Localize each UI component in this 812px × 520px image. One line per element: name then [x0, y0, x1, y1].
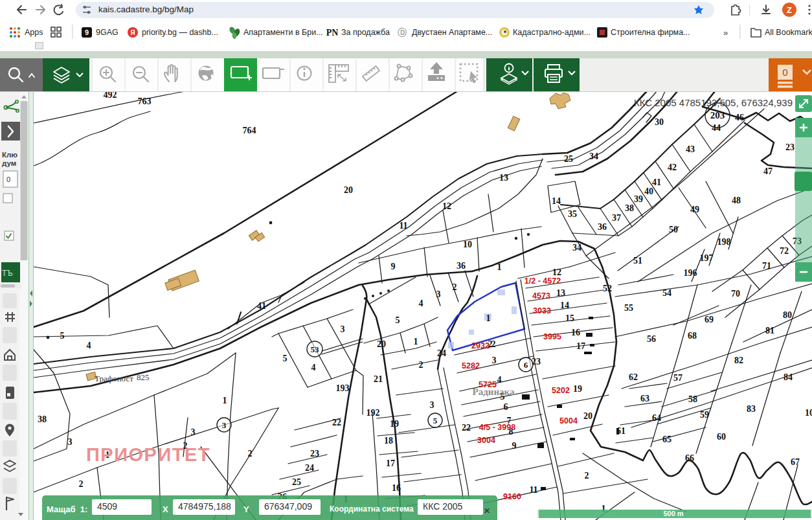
- svg-text:62: 62: [629, 372, 638, 382]
- svg-text:4573: 4573: [532, 291, 550, 300]
- svg-text:80: 80: [783, 310, 792, 320]
- svg-text:3: 3: [430, 400, 434, 410]
- svg-text:16: 16: [571, 328, 580, 337]
- svg-text:9GAG: 9GAG: [96, 28, 118, 37]
- svg-text:56: 56: [647, 334, 656, 344]
- svg-text:16: 16: [392, 483, 401, 493]
- svg-text:53: 53: [311, 345, 320, 354]
- svg-text:51: 51: [633, 256, 642, 266]
- svg-text:4: 4: [87, 341, 91, 350]
- svg-text:2: 2: [585, 471, 589, 480]
- svg-text:67: 67: [791, 457, 800, 467]
- svg-text:38: 38: [38, 414, 47, 424]
- svg-text:12: 12: [442, 201, 451, 211]
- svg-text:3: 3: [492, 356, 497, 365]
- svg-text:58: 58: [688, 394, 697, 404]
- svg-text:48: 48: [732, 196, 741, 205]
- svg-text:2: 2: [248, 449, 253, 458]
- svg-text:0: 0: [782, 67, 787, 78]
- svg-text:1: 1: [497, 262, 502, 272]
- svg-text:3: 3: [436, 289, 441, 299]
- svg-text:66: 66: [685, 453, 694, 463]
- svg-text:36: 36: [457, 261, 466, 271]
- svg-text:43: 43: [686, 144, 695, 154]
- svg-text:9160: 9160: [503, 492, 521, 501]
- svg-text:19: 19: [390, 419, 399, 429]
- svg-text:21: 21: [374, 374, 383, 384]
- svg-text:34: 34: [589, 152, 598, 161]
- svg-text:197: 197: [700, 253, 714, 263]
- svg-text:Кадастрално-адми...: Кадастрално-адми...: [513, 28, 591, 37]
- svg-text:42: 42: [668, 163, 677, 172]
- svg-text:44: 44: [712, 123, 721, 133]
- svg-text:9: 9: [512, 441, 517, 451]
- svg-text:83: 83: [747, 404, 756, 414]
- svg-text:2: 2: [491, 339, 496, 349]
- svg-text:2: 2: [79, 479, 84, 489]
- svg-text:Apps: Apps: [25, 28, 43, 37]
- svg-text:47: 47: [763, 166, 773, 176]
- svg-text:22: 22: [332, 418, 341, 427]
- svg-text:54: 54: [662, 288, 671, 298]
- svg-text:3: 3: [191, 427, 196, 437]
- svg-text:13: 13: [556, 288, 565, 298]
- svg-text:1/2 - 4572: 1/2 - 4572: [524, 277, 561, 286]
- svg-text:196: 196: [684, 268, 697, 278]
- svg-text:64: 64: [652, 413, 661, 423]
- svg-text:82: 82: [734, 356, 743, 365]
- svg-text:69: 69: [705, 315, 714, 324]
- svg-text:14: 14: [552, 196, 561, 206]
- svg-text:15: 15: [565, 313, 574, 323]
- svg-text:50: 50: [669, 225, 678, 234]
- svg-text:1: 1: [223, 396, 227, 405]
- svg-text:5004: 5004: [559, 416, 578, 425]
- svg-text:3: 3: [341, 324, 345, 334]
- svg-text:49: 49: [690, 205, 699, 214]
- svg-text:13: 13: [499, 173, 508, 183]
- svg-text:61: 61: [616, 426, 626, 436]
- svg-text:9: 9: [85, 28, 89, 36]
- svg-text:81: 81: [765, 326, 774, 335]
- svg-text:46: 46: [735, 113, 744, 122]
- svg-text:Трафопост: Трафопост: [95, 374, 133, 383]
- svg-text:198: 198: [717, 237, 731, 247]
- svg-text:5: 5: [396, 315, 400, 325]
- svg-text:20: 20: [377, 339, 386, 349]
- svg-text:193: 193: [336, 383, 350, 393]
- svg-text:71: 71: [762, 261, 771, 271]
- svg-text:Строителна фирма...: Строителна фирма...: [611, 28, 690, 37]
- svg-text:68: 68: [688, 331, 697, 341]
- svg-text:3004: 3004: [477, 436, 495, 445]
- svg-text:19: 19: [573, 384, 582, 394]
- svg-text:4: 4: [311, 363, 316, 372]
- svg-text:37: 37: [612, 213, 621, 223]
- svg-text:3995: 3995: [543, 332, 561, 341]
- svg-text:3: 3: [222, 420, 227, 430]
- svg-text:4/5 - 3998: 4/5 - 3998: [479, 423, 515, 432]
- svg-text:3: 3: [68, 437, 73, 447]
- svg-text:0: 0: [6, 175, 10, 183]
- svg-text:1: 1: [486, 313, 491, 323]
- svg-text:Двустаен Апартаме...: Двустаен Апартаме...: [412, 28, 492, 37]
- svg-text:192: 192: [367, 408, 380, 418]
- svg-text:22: 22: [462, 423, 471, 433]
- svg-text:25: 25: [564, 154, 573, 164]
- svg-text:40: 40: [644, 187, 653, 196]
- svg-text:Ⓓ: Ⓓ: [398, 27, 407, 38]
- svg-text:10: 10: [463, 240, 472, 249]
- svg-text:59: 59: [700, 410, 709, 420]
- svg-text:23: 23: [310, 449, 319, 458]
- svg-text:4: 4: [419, 299, 423, 308]
- svg-text:24: 24: [305, 463, 314, 473]
- svg-text:5202: 5202: [552, 386, 570, 395]
- svg-text:24: 24: [437, 348, 446, 358]
- svg-text:52: 52: [603, 284, 612, 293]
- svg-text:25: 25: [292, 477, 301, 487]
- svg-text:55: 55: [624, 303, 633, 313]
- svg-text:23: 23: [532, 357, 541, 367]
- svg-text:11: 11: [399, 221, 407, 231]
- svg-text:65: 65: [662, 435, 671, 444]
- svg-text:39: 39: [634, 194, 643, 204]
- svg-text:9: 9: [391, 262, 396, 271]
- svg-text:17: 17: [576, 341, 585, 351]
